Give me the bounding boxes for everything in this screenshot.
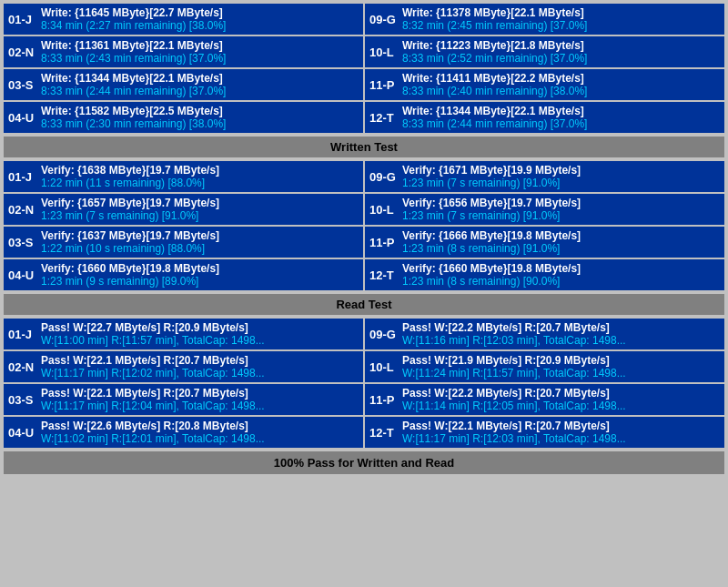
drive-line1: Verify: {1657 MByte}[19.7 MByte/s]	[41, 197, 359, 209]
drive-line1: Pass! W:[22.6 MByte/s] R:[20.8 MByte/s]	[41, 420, 359, 432]
drive-info: Verify: {1666 MByte}[19.8 MByte/s]1:23 m…	[402, 229, 720, 255]
drive-id: 11-P	[369, 72, 399, 97]
drive-info: Verify: {1671 MByte}[19.9 MByte/s]1:23 m…	[402, 164, 720, 189]
drive-line2: 1:23 min (7 s remaining) [91.0%]	[41, 209, 359, 222]
drive-info: Verify: {1660 MByte}[19.8 MByte/s]1:23 m…	[402, 262, 720, 288]
drive-cell: 09-GVerify: {1671 MByte}[19.9 MByte/s]1:…	[365, 161, 724, 192]
drive-line1: Verify: {1671 MByte}[19.9 MByte/s]	[402, 164, 720, 177]
drive-cell: 01-JVerify: {1638 MByte}[19.7 MByte/s]1:…	[4, 161, 363, 192]
drive-id: 02-N	[8, 197, 37, 222]
drive-cell: 04-UVerify: {1660 MByte}[19.8 MByte/s]1:…	[4, 259, 363, 290]
right-column-item: 09-GWrite: {11378 MByte}[22.1 MByte/s]8:…	[365, 4, 724, 35]
left-column-item: 01-JPass! W:[22.7 MByte/s] R:[20.9 MByte…	[4, 319, 363, 349]
drive-id: 10-L	[369, 197, 399, 222]
right-column-item: 09-GVerify: {1671 MByte}[19.9 MByte/s]1:…	[365, 161, 724, 192]
verify-grid: 01-JVerify: {1638 MByte}[19.7 MByte/s]1:…	[4, 161, 724, 290]
drive-line2: W:[11:00 min] R:[11:57 min], TotalCap: 1…	[41, 334, 359, 347]
drive-line1: Write: {11378 MByte}[22.1 MByte/s]	[402, 6, 720, 19]
left-column-item: 02-NWrite: {11361 MByte}[22.1 MByte/s]8:…	[4, 36, 363, 67]
drive-info: Pass! W:[22.1 MByte/s] R:[20.7 MByte/s]W…	[41, 354, 359, 380]
drive-id: 04-U	[8, 420, 37, 445]
left-column-item: 02-NVerify: {1657 MByte}[19.7 MByte/s]1:…	[4, 194, 363, 225]
drive-cell: 10-LWrite: {11223 MByte}[21.8 MByte/s]8:…	[365, 36, 724, 67]
drive-cell: 02-NPass! W:[22.1 MByte/s] R:[20.7 MByte…	[4, 351, 363, 382]
drive-line1: Pass! W:[22.2 MByte/s] R:[20.7 MByte/s]	[402, 321, 720, 334]
read-test-label: Read Test	[4, 294, 724, 315]
write-grid: 01-JWrite: {11645 MByte}[22.7 MByte/s]8:…	[4, 4, 724, 133]
drive-cell: 03-SWrite: {11344 MByte}[22.1 MByte/s]8:…	[4, 69, 363, 100]
drive-info: Write: {11344 MByte}[22.1 MByte/s]8:33 m…	[41, 72, 359, 97]
right-column-item: 10-LWrite: {11223 MByte}[21.8 MByte/s]8:…	[365, 36, 724, 67]
write-section: 01-JWrite: {11645 MByte}[22.7 MByte/s]8:…	[4, 4, 724, 133]
drive-line1: Write: {11645 MByte}[22.7 MByte/s]	[41, 6, 359, 19]
drive-cell: 10-LPass! W:[21.9 MByte/s] R:[20.9 MByte…	[365, 351, 724, 382]
left-column-item: 03-SWrite: {11344 MByte}[22.1 MByte/s]8:…	[4, 69, 363, 100]
left-column-item: 03-SPass! W:[22.1 MByte/s] R:[20.7 MByte…	[4, 384, 363, 415]
drive-cell: 09-GPass! W:[22.2 MByte/s] R:[20.7 MByte…	[365, 319, 724, 349]
drive-id: 12-T	[369, 262, 399, 288]
drive-cell: 12-TVerify: {1660 MByte}[19.8 MByte/s]1:…	[365, 259, 724, 290]
right-column-item: 11-PPass! W:[22.2 MByte/s] R:[20.7 MByte…	[365, 384, 724, 415]
drive-info: Verify: {1637 MByte}[19.7 MByte/s]1:22 m…	[41, 229, 359, 255]
drive-info: Verify: {1656 MByte}[19.7 MByte/s]1:23 m…	[402, 197, 720, 222]
drive-line1: Pass! W:[22.1 MByte/s] R:[20.7 MByte/s]	[41, 387, 359, 400]
right-column-item: 09-GPass! W:[22.2 MByte/s] R:[20.7 MByte…	[365, 319, 724, 349]
left-column-item: 04-UPass! W:[22.6 MByte/s] R:[20.8 MByte…	[4, 417, 363, 448]
drive-line2: 1:22 min (11 s remaining) [88.0%]	[41, 177, 359, 189]
drive-id: 09-G	[369, 164, 399, 189]
drive-cell: 02-NVerify: {1657 MByte}[19.7 MByte/s]1:…	[4, 194, 363, 225]
drive-info: Verify: {1657 MByte}[19.7 MByte/s]1:23 m…	[41, 197, 359, 222]
drive-line2: 8:33 min (2:44 min remaining) [37.0%]	[402, 117, 720, 130]
drive-cell: 12-TWrite: {11344 MByte}[22.1 MByte/s]8:…	[365, 102, 724, 133]
drive-info: Write: {11582 MByte}[22.5 MByte/s]8:33 m…	[41, 105, 359, 130]
left-column-item: 04-UVerify: {1660 MByte}[19.8 MByte/s]1:…	[4, 259, 363, 290]
left-column-item: 02-NPass! W:[22.1 MByte/s] R:[20.7 MByte…	[4, 351, 363, 382]
read-section: 01-JPass! W:[22.7 MByte/s] R:[20.9 MByte…	[4, 319, 724, 448]
drive-line2: W:[11:17 min] R:[12:02 min], TotalCap: 1…	[41, 367, 359, 380]
drive-info: Write: {11411 MByte}[22.2 MByte/s]8:33 m…	[402, 72, 720, 97]
drive-line2: 8:33 min (2:52 min remaining) [37.0%]	[402, 52, 720, 65]
drive-cell: 04-UWrite: {11582 MByte}[22.5 MByte/s]8:…	[4, 102, 363, 133]
drive-line2: 1:22 min (10 s remaining) [88.0%]	[41, 242, 359, 255]
drive-line1: Verify: {1666 MByte}[19.8 MByte/s]	[402, 229, 720, 242]
left-column-item: 04-UWrite: {11582 MByte}[22.5 MByte/s]8:…	[4, 102, 363, 133]
drive-info: Write: {11361 MByte}[22.1 MByte/s]8:33 m…	[41, 39, 359, 65]
drive-line1: Write: {11223 MByte}[21.8 MByte/s]	[402, 39, 720, 52]
drive-id: 11-P	[369, 387, 399, 412]
drive-id: 12-T	[369, 420, 399, 445]
drive-info: Pass! W:[21.9 MByte/s] R:[20.9 MByte/s]W…	[402, 354, 720, 380]
drive-info: Pass! W:[22.1 MByte/s] R:[20.7 MByte/s]W…	[41, 387, 359, 412]
drive-line2: 8:32 min (2:45 min remaining) [37.0%]	[402, 19, 720, 32]
drive-line1: Verify: {1638 MByte}[19.7 MByte/s]	[41, 164, 359, 177]
right-column-item: 10-LVerify: {1656 MByte}[19.7 MByte/s]1:…	[365, 194, 724, 225]
drive-line1: Verify: {1637 MByte}[19.7 MByte/s]	[41, 229, 359, 242]
drive-line2: 8:33 min (2:44 min remaining) [37.0%]	[41, 85, 359, 97]
drive-id: 12-T	[369, 105, 399, 130]
drive-line2: W:[11:16 min] R:[12:03 min], TotalCap: 1…	[402, 334, 720, 347]
drive-line2: W:[11:17 min] R:[12:03 min], TotalCap: 1…	[402, 432, 720, 445]
drive-id: 03-S	[8, 72, 37, 97]
drive-id: 02-N	[8, 39, 37, 65]
drive-info: Pass! W:[22.2 MByte/s] R:[20.7 MByte/s]W…	[402, 387, 720, 412]
right-column-item: 12-TPass! W:[22.1 MByte/s] R:[20.7 MByte…	[365, 417, 724, 448]
drive-line2: 1:23 min (8 s remaining) [90.0%]	[402, 275, 720, 288]
drive-line1: Write: {11344 MByte}[22.1 MByte/s]	[41, 72, 359, 85]
drive-id: 04-U	[8, 262, 37, 288]
drive-line1: Verify: {1656 MByte}[19.7 MByte/s]	[402, 197, 720, 209]
drive-info: Write: {11223 MByte}[21.8 MByte/s]8:33 m…	[402, 39, 720, 65]
drive-line2: 1:23 min (7 s remaining) [91.0%]	[402, 177, 720, 189]
left-column-item: 03-SVerify: {1637 MByte}[19.7 MByte/s]1:…	[4, 227, 363, 258]
drive-cell: 03-SPass! W:[22.1 MByte/s] R:[20.7 MByte…	[4, 384, 363, 415]
drive-line2: 8:33 min (2:43 min remaining) [37.0%]	[41, 52, 359, 65]
drive-cell: 02-NWrite: {11361 MByte}[22.1 MByte/s]8:…	[4, 36, 363, 67]
drive-cell: 09-GWrite: {11378 MByte}[22.1 MByte/s]8:…	[365, 4, 724, 35]
drive-line1: Pass! W:[22.1 MByte/s] R:[20.7 MByte/s]	[41, 354, 359, 367]
drive-info: Pass! W:[22.7 MByte/s] R:[20.9 MByte/s]W…	[41, 321, 359, 347]
verify-section: 01-JVerify: {1638 MByte}[19.7 MByte/s]1:…	[4, 161, 724, 290]
drive-id: 01-J	[8, 164, 37, 189]
drive-id: 03-S	[8, 229, 37, 255]
drive-id: 11-P	[369, 229, 399, 255]
drive-cell: 01-JPass! W:[22.7 MByte/s] R:[20.9 MByte…	[4, 319, 363, 349]
drive-line2: W:[11:14 min] R:[12:05 min], TotalCap: 1…	[402, 400, 720, 412]
footer-label: 100% Pass for Written and Read	[4, 451, 724, 474]
